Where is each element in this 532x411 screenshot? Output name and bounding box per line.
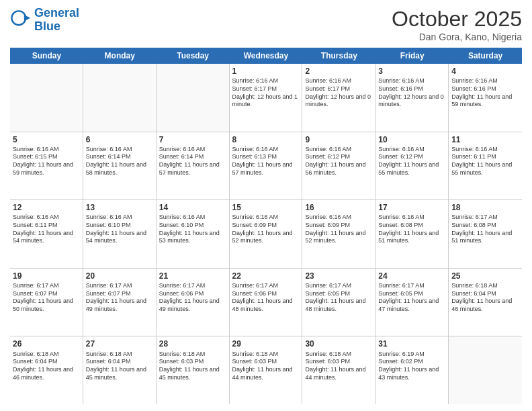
calendar-week-4: 19Sunrise: 6:17 AM Sunset: 6:07 PM Dayli… [10, 269, 522, 337]
logo-blue: Blue [34, 20, 79, 34]
day-number: 11 [451, 134, 519, 145]
cell-detail: Sunrise: 6:16 AM Sunset: 6:09 PM Dayligh… [305, 214, 372, 245]
cell-detail: Sunrise: 6:18 AM Sunset: 6:04 PM Dayligh… [13, 351, 80, 382]
header-day-monday: Monday [83, 48, 157, 64]
calendar-day-26: 26Sunrise: 6:18 AM Sunset: 6:04 PM Dayli… [10, 336, 83, 404]
day-number: 2 [305, 66, 372, 77]
logo-icon [10, 9, 32, 31]
day-number: 13 [86, 202, 153, 213]
calendar-body: 1Sunrise: 6:16 AM Sunset: 6:17 PM Daylig… [10, 64, 522, 404]
cell-detail: Sunrise: 6:17 AM Sunset: 6:06 PM Dayligh… [232, 282, 300, 314]
cell-detail: Sunrise: 6:17 AM Sunset: 6:05 PM Dayligh… [378, 282, 445, 314]
day-number: 31 [378, 338, 445, 349]
cell-detail: Sunrise: 6:16 AM Sunset: 6:10 PM Dayligh… [159, 214, 226, 245]
day-number: 23 [305, 271, 372, 281]
cell-detail: Sunrise: 6:18 AM Sunset: 6:04 PM Dayligh… [86, 351, 153, 382]
day-number: 10 [378, 134, 445, 145]
day-number: 21 [159, 271, 226, 281]
cell-detail: Sunrise: 6:19 AM Sunset: 6:02 PM Dayligh… [378, 351, 445, 382]
day-number: 17 [378, 202, 445, 213]
cell-detail: Sunrise: 6:17 AM Sunset: 6:05 PM Dayligh… [305, 282, 372, 314]
calendar-day-8: 8Sunrise: 6:16 AM Sunset: 6:13 PM Daylig… [230, 132, 303, 200]
calendar-day-17: 17Sunrise: 6:16 AM Sunset: 6:08 PM Dayli… [375, 200, 449, 268]
calendar-day-18: 18Sunrise: 6:17 AM Sunset: 6:08 PM Dayli… [449, 200, 522, 268]
day-number: 30 [305, 338, 372, 349]
calendar-day-23: 23Sunrise: 6:17 AM Sunset: 6:05 PM Dayli… [302, 269, 375, 336]
calendar-day-10: 10Sunrise: 6:16 AM Sunset: 6:12 PM Dayli… [375, 132, 449, 200]
day-number: 24 [378, 271, 445, 281]
day-number: 5 [13, 134, 80, 145]
calendar-day-9: 9Sunrise: 6:16 AM Sunset: 6:12 PM Daylig… [302, 132, 375, 200]
day-number: 14 [159, 202, 226, 213]
calendar-week-5: 26Sunrise: 6:18 AM Sunset: 6:04 PM Dayli… [10, 336, 522, 404]
cell-detail: Sunrise: 6:18 AM Sunset: 6:03 PM Dayligh… [305, 351, 372, 382]
header-day-saturday: Saturday [449, 48, 522, 64]
header: General Blue October 2025 Dan Gora, Kano… [10, 7, 522, 42]
cell-detail: Sunrise: 6:16 AM Sunset: 6:11 PM Dayligh… [13, 214, 80, 245]
cell-detail: Sunrise: 6:16 AM Sunset: 6:12 PM Dayligh… [305, 146, 372, 177]
calendar-day-20: 20Sunrise: 6:17 AM Sunset: 6:07 PM Dayli… [83, 269, 157, 336]
cell-detail: Sunrise: 6:16 AM Sunset: 6:09 PM Dayligh… [232, 214, 300, 245]
calendar-day-3: 3Sunrise: 6:16 AM Sunset: 6:16 PM Daylig… [375, 64, 449, 132]
day-number: 27 [86, 338, 153, 349]
calendar-day-28: 28Sunrise: 6:18 AM Sunset: 6:03 PM Dayli… [157, 336, 230, 404]
calendar-day-2: 2Sunrise: 6:16 AM Sunset: 6:17 PM Daylig… [302, 64, 375, 132]
day-number: 28 [159, 338, 226, 349]
calendar-day-1: 1Sunrise: 6:16 AM Sunset: 6:17 PM Daylig… [230, 64, 303, 132]
day-number: 25 [451, 271, 519, 281]
day-number: 16 [305, 202, 372, 213]
calendar-day-7: 7Sunrise: 6:16 AM Sunset: 6:14 PM Daylig… [157, 132, 230, 200]
calendar-day-12: 12Sunrise: 6:16 AM Sunset: 6:11 PM Dayli… [10, 200, 83, 268]
day-number: 6 [86, 134, 153, 145]
day-number: 3 [378, 66, 445, 77]
header-day-tuesday: Tuesday [157, 48, 230, 64]
calendar-day-5: 5Sunrise: 6:16 AM Sunset: 6:15 PM Daylig… [10, 132, 83, 200]
calendar-week-3: 12Sunrise: 6:16 AM Sunset: 6:11 PM Dayli… [10, 200, 522, 269]
cell-detail: Sunrise: 6:16 AM Sunset: 6:16 PM Dayligh… [378, 77, 445, 109]
cell-detail: Sunrise: 6:18 AM Sunset: 6:04 PM Dayligh… [451, 282, 519, 314]
calendar-day-19: 19Sunrise: 6:17 AM Sunset: 6:07 PM Dayli… [10, 269, 83, 336]
cell-detail: Sunrise: 6:18 AM Sunset: 6:03 PM Dayligh… [232, 351, 300, 382]
day-number: 7 [159, 134, 226, 145]
calendar-day-6: 6Sunrise: 6:16 AM Sunset: 6:14 PM Daylig… [83, 132, 157, 200]
calendar-day-25: 25Sunrise: 6:18 AM Sunset: 6:04 PM Dayli… [449, 269, 522, 336]
cell-detail: Sunrise: 6:17 AM Sunset: 6:07 PM Dayligh… [13, 282, 80, 314]
title-block: October 2025 Dan Gora, Kano, Nigeria [392, 7, 522, 42]
header-day-wednesday: Wednesday [230, 48, 303, 64]
svg-marker-1 [24, 15, 31, 21]
header-day-thursday: Thursday [302, 48, 375, 64]
day-number: 18 [451, 202, 519, 213]
cell-detail: Sunrise: 6:16 AM Sunset: 6:08 PM Dayligh… [378, 214, 445, 245]
day-number: 29 [232, 338, 300, 349]
cell-detail: Sunrise: 6:16 AM Sunset: 6:15 PM Dayligh… [13, 146, 80, 177]
cell-detail: Sunrise: 6:16 AM Sunset: 6:14 PM Dayligh… [159, 146, 226, 177]
calendar-empty-cell [10, 64, 83, 132]
cell-detail: Sunrise: 6:16 AM Sunset: 6:17 PM Dayligh… [232, 77, 300, 109]
calendar-empty-cell [449, 336, 522, 404]
calendar-week-2: 5Sunrise: 6:16 AM Sunset: 6:15 PM Daylig… [10, 132, 522, 201]
calendar-week-1: 1Sunrise: 6:16 AM Sunset: 6:17 PM Daylig… [10, 64, 522, 132]
page: General Blue October 2025 Dan Gora, Kano… [0, 0, 532, 411]
calendar-day-14: 14Sunrise: 6:16 AM Sunset: 6:10 PM Dayli… [157, 200, 230, 268]
day-number: 9 [305, 134, 372, 145]
cell-detail: Sunrise: 6:16 AM Sunset: 6:14 PM Dayligh… [86, 146, 153, 177]
header-day-sunday: Sunday [10, 48, 83, 64]
cell-detail: Sunrise: 6:17 AM Sunset: 6:08 PM Dayligh… [451, 214, 519, 245]
day-number: 20 [86, 271, 153, 281]
cell-detail: Sunrise: 6:16 AM Sunset: 6:12 PM Dayligh… [378, 146, 445, 177]
svg-point-0 [11, 11, 26, 25]
cell-detail: Sunrise: 6:16 AM Sunset: 6:10 PM Dayligh… [86, 214, 153, 245]
day-number: 12 [13, 202, 80, 213]
cell-detail: Sunrise: 6:18 AM Sunset: 6:03 PM Dayligh… [159, 351, 226, 382]
header-day-friday: Friday [375, 48, 449, 64]
calendar-day-22: 22Sunrise: 6:17 AM Sunset: 6:06 PM Dayli… [230, 269, 303, 336]
month-title: October 2025 [392, 7, 522, 32]
calendar-day-13: 13Sunrise: 6:16 AM Sunset: 6:10 PM Dayli… [83, 200, 157, 268]
logo-general: General [34, 6, 79, 19]
cell-detail: Sunrise: 6:16 AM Sunset: 6:16 PM Dayligh… [451, 77, 519, 109]
calendar-empty-cell [157, 64, 230, 132]
calendar-day-11: 11Sunrise: 6:16 AM Sunset: 6:11 PM Dayli… [449, 132, 522, 200]
calendar-day-31: 31Sunrise: 6:19 AM Sunset: 6:02 PM Dayli… [375, 336, 449, 404]
calendar-header: SundayMondayTuesdayWednesdayThursdayFrid… [10, 48, 522, 64]
logo: General Blue [10, 7, 79, 34]
